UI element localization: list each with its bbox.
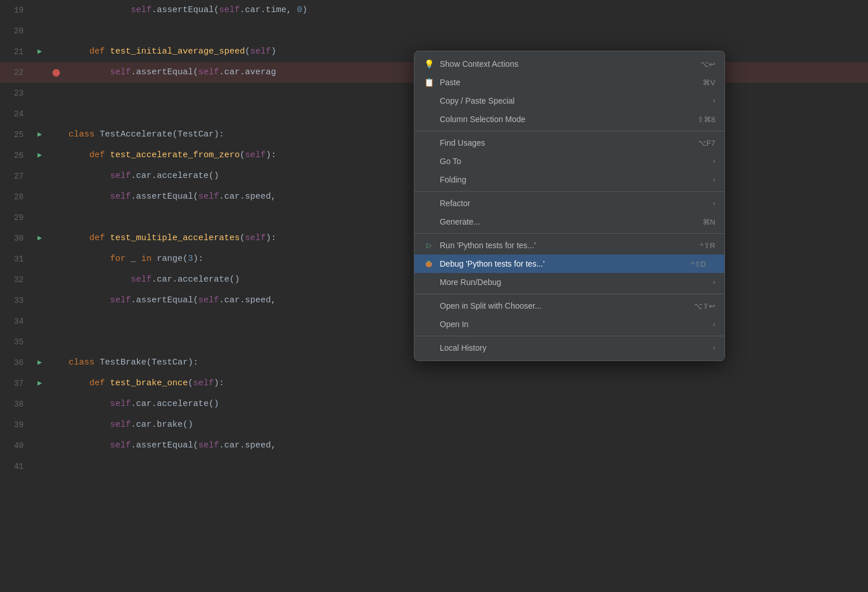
menu-shortcut-column-selection-mode: ⇧⌘8 <box>697 115 715 124</box>
context-menu: 💡Show Context Actions⌥↩📋Paste⌘VCopy / Pa… <box>414 51 725 361</box>
menu-item-show-context-actions[interactable]: 💡Show Context Actions⌥↩ <box>414 55 724 73</box>
menu-label-folding: Folding <box>440 175 466 184</box>
line-number: 36 <box>0 352 32 373</box>
menu-icon-paste: 📋 <box>424 77 434 88</box>
line-number: 39 <box>0 415 32 435</box>
run-gutter[interactable]: ▶ <box>32 373 48 394</box>
line-number: 22 <box>0 62 32 83</box>
run-gutter[interactable]: ▶ <box>32 41 48 62</box>
run-button[interactable]: ▶ <box>37 373 42 394</box>
code-content: class TestBrake(TestCar): <box>64 352 198 373</box>
line-number: 34 <box>0 311 32 332</box>
menu-item-folding[interactable]: Folding› <box>414 170 724 189</box>
menu-item-generate[interactable]: Generate...⌘N <box>414 212 724 231</box>
menu-item-left: ▷Run 'Python tests for tes...' <box>424 240 535 251</box>
cursor-indicator <box>714 259 715 269</box>
code-line-37: 37▶ def test_brake_once(self): <box>0 373 868 394</box>
line-number: 33 <box>0 290 32 311</box>
run-gutter[interactable]: ▶ <box>32 228 48 249</box>
menu-shortcut-debug-tests: ^⇧D <box>691 260 707 268</box>
menu-arrow-local-history: › <box>713 344 715 352</box>
code-line-38: 38 self.car.accelerate() <box>0 394 868 415</box>
line-number: 26 <box>0 145 32 166</box>
code-line-20: 20 <box>0 21 868 41</box>
menu-item-paste[interactable]: 📋Paste⌘V <box>414 73 724 92</box>
menu-item-left: More Run/Debug <box>424 278 501 287</box>
code-line-39: 39 self.car.brake() <box>0 415 868 435</box>
menu-separator <box>414 131 724 131</box>
code-content: self.car.accelerate() <box>64 270 240 290</box>
code-line-19: 19 self.assertEqual(self.car.time, 0) <box>0 0 868 21</box>
line-number: 24 <box>0 104 32 124</box>
menu-right-run-tests: ^⇧R <box>700 241 716 250</box>
menu-item-local-history[interactable]: Local History› <box>414 339 724 357</box>
menu-item-copy-paste-special[interactable]: Copy / Paste Special› <box>414 92 724 110</box>
menu-shortcut-generate: ⌘N <box>703 218 715 226</box>
menu-item-go-to[interactable]: Go To› <box>414 152 724 170</box>
menu-item-debug-tests[interactable]: Debug 'Python tests for tes...'^⇧D <box>414 255 724 273</box>
menu-item-find-usages[interactable]: Find Usages⌥F7 <box>414 134 724 152</box>
menu-label-copy-paste-special: Copy / Paste Special <box>440 96 515 105</box>
line-number: 25 <box>0 124 32 145</box>
run-button[interactable]: ▶ <box>37 352 42 373</box>
run-button[interactable]: ▶ <box>37 41 42 62</box>
menu-icon-run-tests: ▷ <box>424 240 434 251</box>
menu-item-column-selection-mode[interactable]: Column Selection Mode⇧⌘8 <box>414 110 724 128</box>
menu-item-left: Open in Split with Chooser... <box>424 301 542 310</box>
menu-right-more-run-debug: › <box>713 278 715 286</box>
menu-item-open-split[interactable]: Open in Split with Chooser...⌥⇧↩ <box>414 297 724 315</box>
menu-label-refactor: Refactor <box>440 199 470 208</box>
menu-right-go-to: › <box>713 157 715 165</box>
code-content: def test_multiple_accelerates(self): <box>64 228 276 249</box>
menu-right-generate: ⌘N <box>703 218 715 226</box>
menu-item-left: Generate... <box>424 217 480 226</box>
menu-shortcut-open-split: ⌥⇧↩ <box>694 302 715 310</box>
menu-item-left: Folding <box>424 175 466 184</box>
menu-item-more-run-debug[interactable]: More Run/Debug› <box>414 273 724 291</box>
menu-right-folding: › <box>713 176 715 184</box>
run-button[interactable]: ▶ <box>37 145 42 166</box>
code-content: class TestAccelerate(TestCar): <box>64 124 224 145</box>
line-number: 35 <box>0 332 32 352</box>
code-content: def test_accelerate_from_zero(self): <box>64 145 276 166</box>
menu-separator <box>414 233 724 234</box>
line-number: 37 <box>0 373 32 394</box>
run-gutter[interactable]: ▶ <box>32 352 48 373</box>
line-number: 38 <box>0 394 32 415</box>
menu-item-run-tests[interactable]: ▷Run 'Python tests for tes...'^⇧R <box>414 236 724 255</box>
menu-shortcut-paste: ⌘V <box>703 78 715 87</box>
menu-arrow-folding: › <box>713 176 715 184</box>
line-number: 19 <box>0 0 32 21</box>
menu-item-open-in[interactable]: Open In› <box>414 315 724 333</box>
menu-right-refactor: › <box>713 199 715 207</box>
menu-label-open-in: Open In <box>440 320 469 329</box>
menu-right-copy-paste-special: › <box>713 97 715 105</box>
breakpoint-gutter[interactable] <box>48 69 64 77</box>
menu-separator <box>414 294 724 294</box>
line-number: 31 <box>0 249 32 270</box>
run-gutter[interactable]: ▶ <box>32 124 48 145</box>
line-number: 27 <box>0 166 32 187</box>
code-line-40: 40 self.assertEqual(self.car.speed, <box>0 435 868 456</box>
line-number: 32 <box>0 270 32 290</box>
line-number: 41 <box>0 456 32 477</box>
line-number: 30 <box>0 228 32 249</box>
code-content: self.car.brake() <box>64 415 193 435</box>
menu-item-left: Find Usages <box>424 138 485 147</box>
menu-shortcut-show-context-actions: ⌥↩ <box>700 60 715 69</box>
code-content: def test_initial_average_speed(self) <box>64 41 276 62</box>
menu-item-left: Debug 'Python tests for tes...' <box>424 259 545 269</box>
svg-line-2 <box>426 263 427 264</box>
line-number: 21 <box>0 41 32 62</box>
run-button[interactable]: ▶ <box>37 124 42 145</box>
menu-item-left: Copy / Paste Special <box>424 96 515 105</box>
code-content: self.assertEqual(self.car.speed, <box>64 435 276 456</box>
line-number: 28 <box>0 187 32 207</box>
menu-right-column-selection-mode: ⇧⌘8 <box>697 115 715 124</box>
run-gutter[interactable]: ▶ <box>32 145 48 166</box>
menu-item-refactor[interactable]: Refactor› <box>414 194 724 212</box>
svg-line-3 <box>431 263 432 264</box>
run-button[interactable]: ▶ <box>37 228 42 249</box>
svg-line-5 <box>431 265 432 265</box>
menu-arrow-more-run-debug: › <box>713 278 715 286</box>
